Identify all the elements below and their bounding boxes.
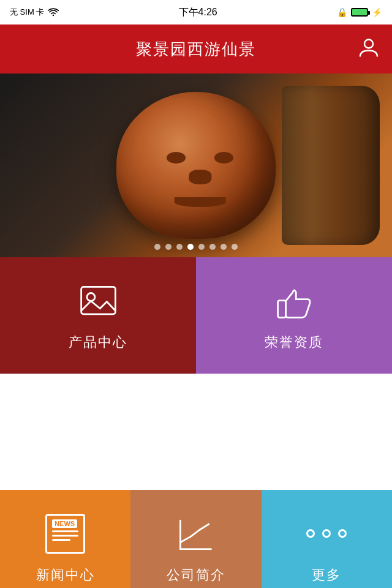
stone-eye-right xyxy=(214,152,233,163)
svg-point-0 xyxy=(364,40,373,48)
menu-cell-products[interactable]: 产品中心 xyxy=(0,257,196,374)
svg-line-8 xyxy=(200,524,209,529)
wood-background xyxy=(282,86,380,245)
user-profile-button[interactable] xyxy=(358,36,380,62)
menu-cell-honors[interactable]: 荣誉资质 xyxy=(196,257,392,374)
wifi-icon xyxy=(48,8,59,17)
about-label: 公司简介 xyxy=(167,566,225,584)
more-label: 更多 xyxy=(312,566,341,584)
carousel-dot-5[interactable] xyxy=(198,244,205,250)
svg-line-7 xyxy=(191,530,200,537)
carousel-dot-4[interactable] xyxy=(187,244,194,250)
news-line-3 xyxy=(52,539,70,541)
menu-grid: 产品中心 荣誉资质 xyxy=(0,257,392,490)
stone-mouth xyxy=(174,197,226,207)
carousel-dot-2[interactable] xyxy=(165,244,172,250)
chart-icon xyxy=(175,512,217,555)
lock-icon: 🔒 xyxy=(337,7,347,17)
menu-cell-more[interactable]: 更多 xyxy=(262,490,392,588)
carousel-dot-6[interactable] xyxy=(209,244,216,250)
image-icon xyxy=(77,279,119,322)
carousel-item-image xyxy=(116,92,276,239)
more-icon xyxy=(305,512,348,555)
news-tag-text: NEWS xyxy=(52,519,77,528)
svg-line-6 xyxy=(181,537,191,542)
thumbsup-icon xyxy=(273,279,315,322)
battery-icon xyxy=(351,8,368,17)
stone-eye-left xyxy=(167,152,185,163)
products-label: 产品中心 xyxy=(69,333,127,352)
status-time: 下午4:26 xyxy=(179,6,217,19)
svg-point-2 xyxy=(86,293,94,301)
more-dot-3 xyxy=(338,529,347,538)
svg-rect-3 xyxy=(277,300,285,317)
news-line-1 xyxy=(52,530,78,532)
menu-cell-about[interactable]: 公司简介 xyxy=(130,490,261,588)
news-icon: NEWS xyxy=(44,512,87,555)
status-left: 无 SIM 卡 xyxy=(10,7,59,18)
menu-grid-bottom: NEWS 新闻中心 公司简介 xyxy=(0,490,392,588)
carousel[interactable] xyxy=(0,74,392,257)
more-dot-2 xyxy=(322,529,331,538)
carousel-dots xyxy=(0,244,392,250)
carousel-dot-3[interactable] xyxy=(176,244,183,250)
status-right: 🔒 ⚡ xyxy=(337,7,382,17)
app-title: 聚景园西游仙景 xyxy=(136,39,256,60)
svg-rect-1 xyxy=(81,287,115,314)
status-bar: 无 SIM 卡 下午4:26 🔒 ⚡ xyxy=(0,0,392,24)
carousel-dot-7[interactable] xyxy=(221,244,227,250)
carousel-dot-8[interactable] xyxy=(232,244,238,250)
news-label: 新闻中心 xyxy=(36,566,95,584)
menu-cell-news[interactable]: NEWS 新闻中心 xyxy=(0,490,130,588)
stone-face xyxy=(148,136,252,217)
app-header: 聚景园西游仙景 xyxy=(0,24,392,74)
carousel-dot-1[interactable] xyxy=(154,244,160,250)
sim-label: 无 SIM 卡 xyxy=(10,7,44,18)
carousel-image xyxy=(0,74,392,257)
news-line-2 xyxy=(52,535,78,537)
honors-label: 荣誉资质 xyxy=(265,333,323,352)
more-dot-1 xyxy=(306,529,315,538)
lightning-icon: ⚡ xyxy=(372,7,382,17)
stone-nose xyxy=(189,170,211,184)
